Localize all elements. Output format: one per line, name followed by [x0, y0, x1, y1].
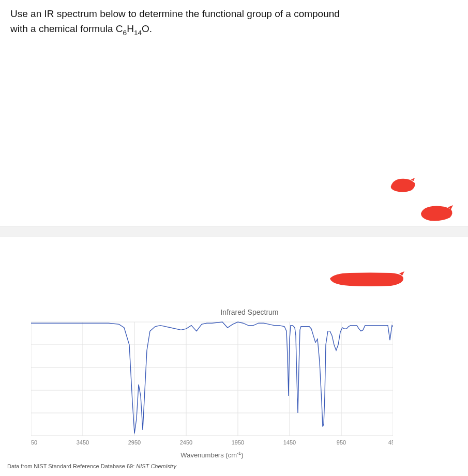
svg-text:950: 950 — [337, 439, 346, 446]
chart-title: Infrared Spectrum — [0, 308, 468, 316]
question-line2-prefix: with a chemical formula C — [10, 23, 123, 34]
mid-o: O. — [142, 23, 152, 34]
annotation-mark-1 — [389, 176, 417, 195]
svg-text:1450: 1450 — [283, 439, 296, 446]
chart-svg: 39503450295024501950145095045000.20.40.6… — [31, 319, 393, 449]
question-prompt: Use an IR spectrum below to determine th… — [0, 0, 468, 38]
sub-6: 6 — [123, 29, 127, 37]
annotation-mark-2 — [420, 204, 454, 224]
chart-plot-area: 39503450295024501950145095045000.20.40.6… — [31, 319, 393, 449]
separator-band — [0, 226, 468, 237]
svg-text:1950: 1950 — [232, 439, 244, 446]
ir-spectrum-chart: Infrared Spectrum Transmitance 395034502… — [0, 308, 468, 473]
question-line1: Use an IR spectrum below to determine th… — [10, 8, 340, 19]
svg-text:2950: 2950 — [128, 439, 141, 446]
annotation-mark-3 — [329, 271, 405, 288]
svg-text:3950: 3950 — [31, 439, 37, 446]
svg-text:3450: 3450 — [77, 439, 89, 446]
chart-credit: Data from NIST Standard Reference Databa… — [0, 463, 468, 469]
sub-14: 14 — [134, 29, 142, 37]
svg-text:450: 450 — [388, 439, 393, 446]
svg-text:2450: 2450 — [180, 439, 192, 446]
x-axis-label: Wavenumbers (cm-1) — [0, 451, 393, 459]
mid-h: H — [127, 23, 134, 34]
